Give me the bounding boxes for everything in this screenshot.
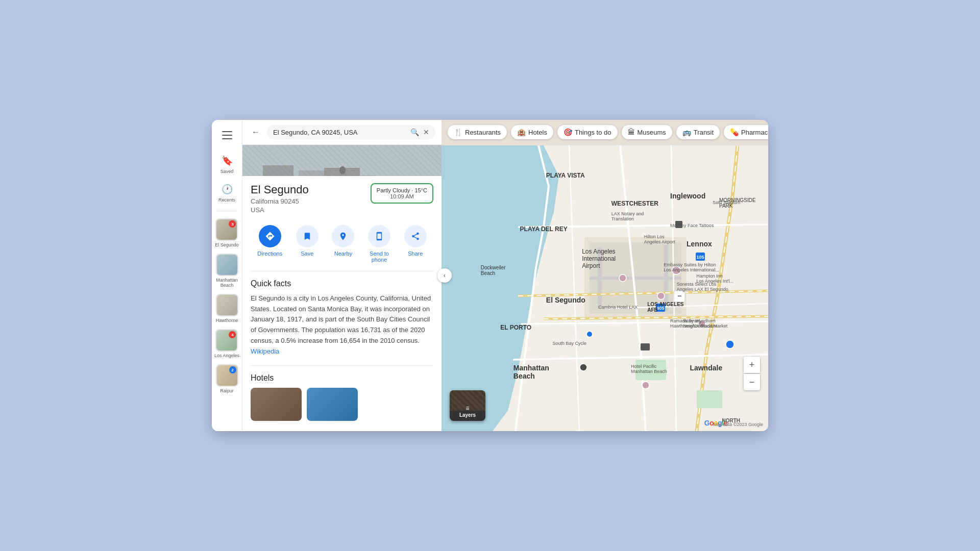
- svg-point-42: [642, 382, 649, 389]
- hawthorne-thumb-label: Hawthorne: [216, 318, 238, 323]
- recent-raipur[interactable]: 2 Raipur: [216, 364, 238, 393]
- recent-hawthorne[interactable]: Hawthorne: [216, 294, 238, 323]
- recents-label: Recents: [218, 197, 235, 203]
- clear-button[interactable]: ✕: [423, 128, 429, 136]
- svg-point-39: [657, 292, 665, 299]
- svg-point-40: [698, 320, 705, 328]
- transit-label: Transit: [694, 129, 714, 136]
- museums-icon: 🏛: [628, 128, 635, 136]
- svg-text:105: 105: [696, 255, 704, 260]
- send-to-phone-icon: [368, 225, 390, 247]
- filter-pharmacies[interactable]: 💊 Pharmacies: [724, 125, 768, 139]
- zoom-controls: + −: [744, 357, 760, 390]
- share-icon: [404, 225, 427, 247]
- main-panel: ← 🔍 ✕: [242, 120, 442, 431]
- zoom-out-button[interactable]: −: [744, 374, 760, 390]
- recent-los-angeles[interactable]: 4 Los Angeles: [214, 329, 239, 358]
- filter-transit[interactable]: 🚌 Transit: [676, 125, 720, 139]
- svg-rect-36: [697, 390, 722, 408]
- manhattan-beach-thumb[interactable]: [216, 254, 238, 276]
- menu-button[interactable]: [217, 126, 237, 144]
- back-button[interactable]: ←: [249, 125, 263, 139]
- save-button[interactable]: Save: [296, 225, 318, 263]
- search-input-wrapper: 🔍 ✕: [267, 125, 435, 139]
- hotel-cards: [251, 388, 433, 423]
- museums-label: Museums: [638, 129, 666, 136]
- save-label: Save: [301, 251, 313, 257]
- things-to-do-icon: 🎯: [564, 128, 572, 136]
- filter-museums[interactable]: 🏛 Museums: [622, 125, 672, 139]
- hotels-chip-label: Hotels: [528, 129, 547, 136]
- sidebar-item-saved[interactable]: 🔖 Saved: [214, 151, 240, 177]
- layers-label: Layers: [450, 411, 485, 419]
- svg-point-41: [726, 340, 734, 348]
- svg-rect-35: [635, 360, 666, 380]
- svg-point-38: [619, 274, 626, 282]
- svg-point-37: [672, 266, 680, 274]
- nearby-label: Nearby: [334, 251, 352, 257]
- place-details: El Segundo California 90245 USA: [251, 183, 309, 214]
- quick-facts-title: Quick facts: [251, 279, 433, 288]
- recents-icon: 🕐: [220, 182, 234, 196]
- filter-restaurants[interactable]: 🍴 Restaurants: [448, 125, 507, 139]
- place-country: USA: [251, 206, 309, 214]
- wikipedia-link[interactable]: Wikipedia: [251, 347, 279, 355]
- map-area: 🍴 Restaurants 🏨 Hotels 🎯 Things to do 🏛 …: [442, 120, 768, 431]
- search-input[interactable]: [273, 129, 406, 136]
- weather-badge[interactable]: Partly Cloudy · 15°C 10:09 AM: [371, 183, 433, 204]
- hotels-chip-icon: 🏨: [517, 128, 526, 136]
- weather-condition: Partly Cloudy · 15°C: [377, 187, 427, 193]
- share-label: Share: [408, 251, 423, 257]
- save-icon: [296, 225, 318, 247]
- filter-things-to-do[interactable]: 🎯 Things to do: [557, 125, 618, 139]
- svg-point-50: [586, 331, 593, 337]
- hotels-title: Hotels: [251, 373, 433, 383]
- north-indicator: NORTH: [722, 418, 740, 423]
- quick-facts-text: El Segundo is a city in Los Angeles Coun…: [251, 293, 433, 357]
- place-info: El Segundo California 90245 USA Partly C…: [242, 176, 442, 221]
- action-buttons: Directions Save Nearby Send to phone: [242, 221, 442, 271]
- hotel-card-1[interactable]: [251, 388, 302, 421]
- los-angeles-thumb-label: Los Angeles: [214, 353, 239, 358]
- el-segundo-thumb[interactable]: 3: [215, 218, 238, 241]
- restaurants-label: Restaurants: [465, 129, 501, 136]
- zoom-in-button[interactable]: +: [744, 357, 760, 373]
- hawthorne-thumb[interactable]: [216, 294, 238, 316]
- send-to-phone-button[interactable]: Send to phone: [368, 225, 390, 263]
- restaurants-icon: 🍴: [454, 128, 462, 136]
- raipur-thumb-label: Raipur: [220, 388, 234, 393]
- things-to-do-label: Things to do: [575, 129, 611, 136]
- nearby-button[interactable]: Nearby: [332, 225, 354, 263]
- filter-hotels[interactable]: 🏨 Hotels: [511, 125, 553, 139]
- search-bar: ← 🔍 ✕: [242, 120, 442, 145]
- place-name: El Segundo: [251, 183, 309, 196]
- hotel-card-2[interactable]: [307, 388, 358, 421]
- filter-bar: 🍴 Restaurants 🏨 Hotels 🎯 Things to do 🏛 …: [442, 120, 768, 144]
- directions-button[interactable]: Directions: [257, 225, 282, 263]
- layers-stack-icon: ≡: [465, 405, 469, 412]
- los-angeles-thumb[interactable]: 4: [215, 329, 238, 352]
- svg-rect-43: [675, 221, 682, 228]
- send-to-phone-label: Send to phone: [370, 251, 389, 263]
- manhattan-beach-thumb-label: Manhattan Beach: [212, 278, 242, 288]
- svg-text:−: −: [677, 292, 681, 300]
- weather-time: 10:09 AM: [377, 193, 427, 199]
- maps-container: 🔖 Saved 🕐 Recents 3 El Segundo Manhattan…: [212, 120, 768, 431]
- sidebar-divider: [217, 211, 237, 211]
- sidebar-item-recents[interactable]: 🕐 Recents: [214, 179, 240, 206]
- map-svg: 405 105 −: [442, 145, 768, 431]
- layers-button[interactable]: ≡ Layers: [450, 390, 485, 421]
- raipur-thumb[interactable]: 2: [216, 364, 238, 387]
- saved-icon: 🔖: [220, 154, 234, 168]
- photo-overlay: [242, 145, 442, 176]
- search-icon: 🔍: [410, 128, 419, 136]
- quick-facts-section: Quick facts El Segundo is a city in Los …: [242, 271, 442, 365]
- svg-text:405: 405: [656, 306, 664, 311]
- directions-label: Directions: [257, 251, 282, 257]
- svg-point-44: [580, 364, 587, 371]
- collapse-panel-button[interactable]: ‹: [437, 268, 452, 283]
- share-button[interactable]: Share: [404, 225, 427, 263]
- transit-icon: 🚌: [682, 128, 691, 136]
- recent-el-segundo[interactable]: 3 El Segundo: [215, 218, 239, 247]
- recent-manhattan-beach[interactable]: Manhattan Beach: [212, 254, 242, 288]
